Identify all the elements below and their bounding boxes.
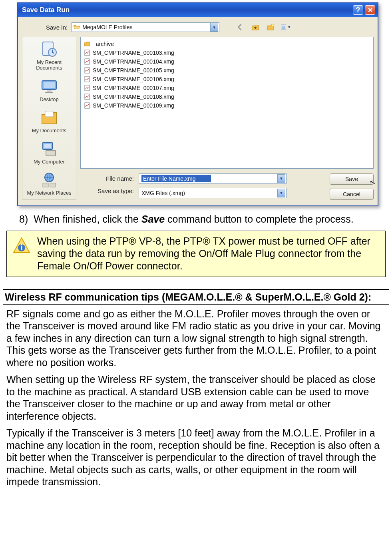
- svg-point-28: [21, 244, 22, 245]
- svg-rect-10: [45, 92, 53, 93]
- file-list-pane[interactable]: _archive SM_CMPTRNAME_000103.xmg SM_CMPT…: [80, 37, 374, 169]
- svg-rect-17: [50, 183, 56, 187]
- places-recent[interactable]: My Recent Documents: [26, 40, 73, 71]
- svg-rect-11: [45, 111, 53, 117]
- places-mydocs[interactable]: My Documents: [26, 109, 73, 134]
- svg-rect-1: [281, 25, 286, 30]
- list-item[interactable]: SM_CMPTRNAME_000103.xmg: [84, 48, 370, 57]
- svg-rect-20: [85, 68, 90, 73]
- recent-documents-icon: [40, 40, 58, 58]
- chevron-down-icon[interactable]: ▼: [277, 189, 285, 197]
- up-one-level-button[interactable]: [250, 22, 261, 33]
- step-8-text: 8) When finished, click the Save command…: [19, 213, 389, 225]
- cursor-icon: ↖: [368, 177, 376, 187]
- xmg-file-icon: [84, 94, 90, 100]
- xmg-file-icon: [84, 76, 90, 82]
- xmg-file-icon: [84, 102, 90, 109]
- desktop-icon: [40, 78, 58, 95]
- xmg-file-icon: [84, 50, 90, 56]
- save-dialog: Save Data Run ? ✕ Save in: MegaMOLE Prof…: [17, 2, 378, 206]
- help-button[interactable]: ?: [353, 5, 363, 15]
- list-item[interactable]: SM_CMPTRNAME_000105.xmg: [84, 66, 370, 75]
- info-note-box: When using the PTP® VP-8, the PTP® TX po…: [6, 231, 386, 277]
- svg-rect-13: [44, 144, 51, 148]
- paragraph-3: Typically if the Transceiver is 3 meters…: [6, 427, 386, 488]
- svg-rect-23: [85, 94, 90, 100]
- save-in-value: MegaMOLE Profiles: [82, 24, 210, 30]
- places-network[interactable]: My Network Places: [26, 171, 73, 196]
- dialog-title: Save Data Run: [20, 6, 353, 14]
- save-as-type-select[interactable]: XMG Files (.xmg) ▼: [139, 188, 287, 198]
- my-computer-icon: [40, 140, 58, 157]
- svg-rect-14: [46, 150, 56, 156]
- back-button[interactable]: [235, 22, 246, 33]
- views-button[interactable]: ▼: [280, 22, 291, 33]
- paragraph-1: RF signals come and go as either the M.O…: [6, 308, 386, 369]
- save-as-type-label: Save as type:: [98, 187, 134, 194]
- list-item[interactable]: SM_CMPTRNAME_000104.xmg: [84, 57, 370, 66]
- section-heading-rf-tips: Wireless RF communication tips (MEGAM.O.…: [3, 289, 389, 305]
- chevron-down-icon[interactable]: ▼: [277, 174, 285, 183]
- svg-rect-8: [44, 82, 55, 88]
- folder-open-icon: [74, 24, 80, 30]
- svg-rect-27: [21, 246, 22, 250]
- xmg-file-icon: [84, 58, 90, 65]
- file-name-value: Enter File Name.xmg: [141, 175, 211, 182]
- chevron-down-icon: ▼: [287, 25, 291, 29]
- list-item[interactable]: SM_CMPTRNAME_000108.xmg: [84, 92, 370, 101]
- file-name-input[interactable]: Enter File Name.xmg ▼: [139, 173, 287, 184]
- folder-icon: [84, 41, 90, 47]
- save-in-label: Save in:: [46, 24, 68, 31]
- info-note-text: When using the PTP® VP-8, the PTP® TX po…: [37, 235, 380, 273]
- info-warning-icon: [12, 237, 31, 255]
- places-desktop[interactable]: Desktop: [26, 78, 73, 102]
- paragraph-2: When setting up the Wireless RF system, …: [6, 373, 386, 422]
- cancel-button[interactable]: Cancel: [330, 189, 374, 200]
- dialog-titlebar[interactable]: Save Data Run ? ✕: [18, 3, 378, 17]
- list-item[interactable]: SM_CMPTRNAME_000106.xmg: [84, 75, 370, 84]
- xmg-file-icon: [84, 85, 90, 91]
- save-in-row: Save in: MegaMOLE Profiles ▼: [22, 20, 374, 37]
- save-button[interactable]: Save ↖: [330, 173, 374, 185]
- close-button[interactable]: ✕: [365, 5, 375, 15]
- my-network-places-icon: [40, 171, 58, 189]
- svg-rect-18: [85, 50, 90, 56]
- list-item[interactable]: SM_CMPTRNAME_000109.xmg: [84, 101, 370, 110]
- svg-rect-21: [85, 76, 90, 82]
- chevron-down-icon[interactable]: ▼: [210, 23, 218, 32]
- file-name-label: File name:: [106, 175, 134, 182]
- svg-point-0: [271, 24, 274, 27]
- my-documents-icon: [40, 109, 58, 126]
- svg-rect-16: [43, 183, 48, 187]
- new-folder-button[interactable]: [265, 22, 276, 33]
- svg-rect-22: [85, 85, 90, 91]
- svg-rect-19: [85, 59, 90, 64]
- save-as-type-value: XMG Files (.xmg): [141, 190, 277, 196]
- list-item[interactable]: _archive: [84, 40, 370, 48]
- svg-rect-9: [47, 90, 52, 92]
- places-bar: My Recent Documents Desktop My Documents: [22, 37, 76, 200]
- xmg-file-icon: [84, 67, 90, 74]
- svg-rect-24: [85, 103, 90, 108]
- places-mycomputer[interactable]: My Computer: [26, 140, 73, 165]
- list-item[interactable]: SM_CMPTRNAME_000107.xmg: [84, 84, 370, 92]
- save-in-combo[interactable]: MegaMOLE Profiles ▼: [72, 22, 219, 32]
